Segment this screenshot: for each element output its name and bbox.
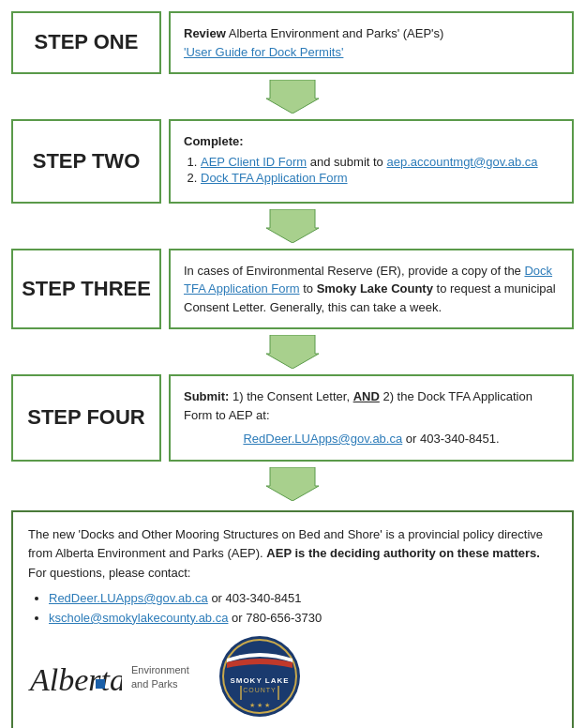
- step-two-inner: Complete: AEP Client ID Form and submit …: [184, 132, 559, 190]
- alberta-script-container: Alberta: [28, 653, 122, 703]
- bottom-contact-2: kschole@smokylakecounty.ab.ca or 780-656…: [49, 611, 557, 625]
- step-three-label: STEP THREE: [11, 249, 161, 330]
- bottom-phone-2: or 780-656-3730: [228, 611, 322, 625]
- step-one-row: STEP ONE Review Alberta Environment and …: [11, 11, 574, 74]
- step-three-paragraph: In cases of Environmental Reserve (ER), …: [184, 262, 559, 317]
- bottom-info-box: The new 'Docks and Other Mooring Structu…: [11, 510, 574, 729]
- alberta-script-svg: Alberta: [28, 653, 122, 700]
- svg-marker-2: [266, 335, 319, 369]
- bottom-suffix: For questions, please contact:: [28, 566, 190, 580]
- arrow-3: [11, 329, 574, 374]
- svg-marker-0: [266, 80, 319, 114]
- step-two-complete-label: Complete:: [184, 134, 244, 148]
- arrow-down-icon-1: [266, 80, 319, 114]
- arrow-4: [11, 462, 574, 507]
- smoky-bottom-text: ★ ★ ★: [249, 702, 270, 708]
- step-one-content: Review Alberta Environment and Parks' (A…: [169, 11, 574, 74]
- step-three-text: STEP THREE: [22, 277, 151, 301]
- step-two-link-1[interactable]: AEP Client ID Form: [201, 155, 307, 169]
- step-two-content: Complete: AEP Client ID Form and submit …: [169, 119, 574, 204]
- step-three-content: In cases of Environmental Reserve (ER), …: [169, 249, 574, 330]
- arrow-1: [11, 74, 574, 119]
- alberta-script-text: Alberta: [28, 662, 122, 697]
- arrow-down-icon-3: [266, 335, 319, 369]
- step-four-content: Submit: 1) the Consent Letter, AND 2) th…: [169, 374, 574, 462]
- alberta-sub-text: Environment and Parks: [131, 663, 189, 692]
- step-four-text1: 1) the Consent Letter,: [229, 389, 352, 403]
- step-one-bold: Review: [184, 26, 226, 40]
- county-text: COUNTY: [243, 687, 277, 693]
- step-three-bold: Smoky Lake County: [317, 281, 433, 296]
- arrow-down-icon-2: [266, 209, 319, 243]
- step-two-label: STEP TWO: [11, 119, 161, 204]
- step-three-row: STEP THREE In cases of Environmental Res…: [11, 249, 574, 330]
- step-one-text: STEP ONE: [35, 30, 139, 54]
- step-four-bold: Submit:: [184, 389, 229, 403]
- bottom-email-1[interactable]: RedDeer.LUApps@gov.ab.ca: [49, 591, 208, 605]
- step-four-row: STEP FOUR Submit: 1) the Consent Letter,…: [11, 374, 574, 462]
- step-four-paragraph: Submit: 1) the Consent Letter, AND 2) th…: [184, 387, 559, 424]
- step-two-suffix-1: and submit to: [307, 155, 386, 169]
- step-two-item-1: AEP Client ID Form and submit to aep.acc…: [201, 155, 559, 169]
- arrow-down-icon-4: [266, 467, 319, 501]
- step-two-row: STEP TWO Complete: AEP Client ID Form an…: [11, 119, 574, 204]
- step-two-link-2[interactable]: Dock TFA Application Form: [201, 171, 348, 185]
- alberta-text: Environment and Parks: [131, 663, 189, 692]
- svg-marker-3: [266, 467, 319, 501]
- svg-marker-1: [266, 209, 319, 243]
- bottom-paragraph: The new 'Docks and Other Mooring Structu…: [28, 525, 557, 584]
- step-one-paragraph: Review Alberta Environment and Parks' (A…: [184, 24, 559, 61]
- step-two-email-1[interactable]: aep.accountmgt@gov.ab.ca: [386, 155, 537, 169]
- alberta-parks: and Parks: [131, 678, 178, 690]
- step-four-and: AND: [353, 389, 380, 403]
- alberta-blue-rect: [96, 679, 105, 689]
- bottom-bold: AEP is the deciding authority on these m…: [266, 546, 540, 560]
- step-three-inner: In cases of Environmental Reserve (ER), …: [184, 262, 559, 317]
- step-four-phone: or 403-340-8451.: [402, 432, 499, 446]
- alberta-env: Environment: [131, 664, 189, 675]
- step-three-middle: to: [300, 281, 317, 296]
- step-four-email[interactable]: RedDeer.LUApps@gov.ab.ca: [243, 432, 402, 446]
- alberta-logo: Alberta Environment and Parks: [28, 653, 189, 703]
- smoky-lake-svg: SMOKY LAKE COUNTY ★ ★ ★: [218, 634, 302, 719]
- bottom-email-2[interactable]: kschole@smokylakecounty.ab.ca: [49, 611, 228, 625]
- step-one-inner: Review Alberta Environment and Parks' (A…: [184, 24, 559, 61]
- step-three-prefix: In cases of Environmental Reserve (ER), …: [184, 264, 524, 278]
- logos-row: Alberta Environment and Parks: [28, 634, 557, 721]
- step-four-email-row: RedDeer.LUApps@gov.ab.ca or 403-340-8451…: [184, 430, 559, 448]
- bottom-phone-1: or 403-340-8451: [208, 591, 302, 605]
- step-four-text: STEP FOUR: [27, 405, 145, 430]
- smoky-lake-logo: SMOKY LAKE COUNTY ★ ★ ★: [218, 634, 302, 721]
- smoky-lake-text: SMOKY LAKE: [230, 676, 289, 685]
- step-one-link[interactable]: 'User Guide for Dock Permits': [184, 45, 343, 59]
- step-two-item-2: Dock TFA Application Form: [201, 171, 559, 185]
- step-four-inner: Submit: 1) the Consent Letter, AND 2) th…: [184, 387, 559, 448]
- step-two-text: STEP TWO: [33, 149, 141, 174]
- bottom-contact-list: RedDeer.LUApps@gov.ab.ca or 403-340-8451…: [49, 591, 557, 625]
- step-one-label: STEP ONE: [11, 11, 161, 74]
- bottom-contact-1: RedDeer.LUApps@gov.ab.ca or 403-340-8451: [49, 591, 557, 605]
- step-two-complete: Complete:: [184, 132, 559, 151]
- step-one-text-part: Alberta Environment and Parks' (AEP's): [226, 26, 444, 40]
- arrow-2: [11, 204, 574, 249]
- step-two-list: AEP Client ID Form and submit to aep.acc…: [201, 151, 559, 190]
- step-four-label: STEP FOUR: [11, 374, 161, 462]
